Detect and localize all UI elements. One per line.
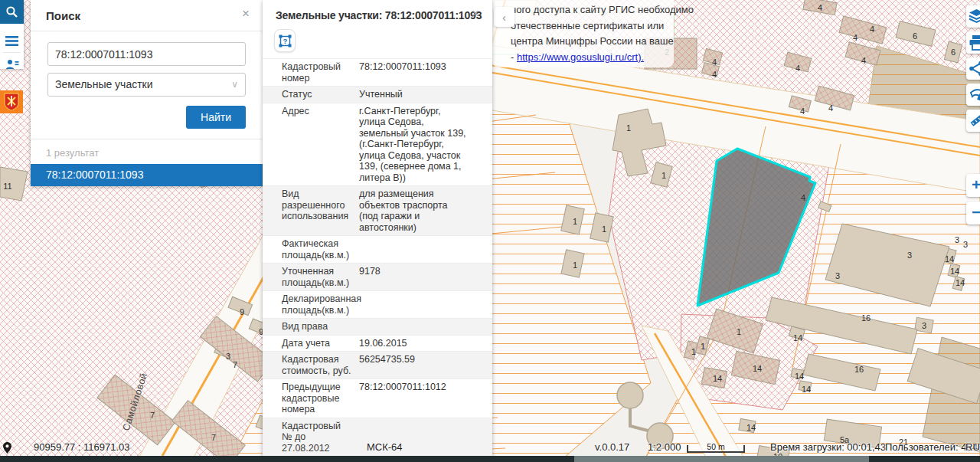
map-number-label: 4 [853, 33, 858, 42]
search-panel: Поиск × Земельные участки ∨ Найти 1 резу… [31, 0, 263, 186]
details-row: Адрес г.Санкт-Петербург, улица Седова, з… [263, 103, 492, 186]
map-number-label: 9 [240, 307, 244, 316]
search-icon [5, 5, 18, 18]
map-number-label: 4 [800, 106, 805, 116]
crs-label: МСК-64 [367, 441, 403, 453]
map-number-label: 4 [801, 193, 805, 202]
attribute-value: Учтенный [356, 88, 477, 101]
search-result-item[interactable]: 78:12:0007011:1093 [31, 164, 263, 186]
map-number-label: 4 [870, 25, 874, 34]
map-number-label: 14 [753, 364, 762, 373]
identify-on-map-button[interactable]: ? [274, 29, 296, 52]
find-button[interactable]: Найти [186, 106, 246, 129]
map-number-label: 4 [818, 3, 822, 12]
attribute-value: 56254735.59 [356, 353, 477, 377]
notification-line: центра Минцифры России на ваше [511, 34, 674, 50]
attribute-value: 19.06.2015 [356, 337, 477, 350]
attribute-label: Кадастровый номер [263, 61, 356, 84]
map-number-label: 14 [793, 333, 802, 342]
map-number-label: 3 [907, 251, 912, 260]
certificate-notification: ного доступа к сайту РГИС необходимо оте… [492, 0, 674, 67]
attribute-label: Фактическая площадь(кв.м.) [263, 238, 356, 261]
details-row: Кадастровый номер 78:12:0007011:1093 [263, 58, 492, 86]
map-number-label: 7 [150, 411, 155, 420]
search-tool-button[interactable] [0, 0, 24, 24]
map-number-label: 3 [963, 240, 968, 249]
map-number-label: 4 [712, 57, 717, 67]
layers-icon [969, 8, 980, 25]
map-number-label: 7 [233, 360, 237, 369]
attribute-value: 9178 [356, 265, 477, 289]
map-number-label: 6 [951, 48, 956, 57]
map-number-label: 1 [573, 217, 577, 226]
coat-of-arms-icon [2, 92, 21, 112]
details-row: Дата учета 19.06.2015 [263, 335, 492, 352]
details-row: Вид разрешенного использования для разме… [263, 185, 492, 235]
map-number-label: 16 [854, 365, 864, 374]
lasso-select-icon [969, 87, 980, 103]
attribute-label: Кадастровая стоимость, руб. [263, 353, 356, 377]
attribute-value [356, 293, 477, 316]
attribute-value: для размещения объектов траспорта (под г… [356, 188, 477, 234]
map-number-label: 1 [573, 260, 577, 270]
parcel-details-panel: Земельные участки: 78:12:0007011:1093 × … [263, 0, 492, 462]
map-number-label: 16 [861, 313, 871, 323]
attribute-value: 78:12:0007011:1093 [356, 61, 477, 84]
share-tool-button[interactable] [966, 57, 980, 80]
notification-line: отечественные сертификаты или [511, 18, 674, 34]
load-time: Время загрузки: 00:01,43 [770, 441, 886, 453]
search-query-input[interactable] [47, 42, 246, 66]
rgis-map-application: Самойловой 11899377751244111114111141414… [0, 0, 980, 462]
zoom-in-button[interactable]: + [966, 174, 980, 197]
details-row: Фактическая площадь(кв.м.) [263, 235, 492, 263]
layers-tool-button[interactable] [966, 5, 980, 28]
bottom-scrollbar-thumb[interactable] [574, 456, 869, 462]
map-number-label: 11 [3, 182, 11, 191]
search-panel-close-icon[interactable]: × [238, 6, 253, 21]
user-panel-button[interactable] [0, 53, 24, 76]
attribute-label: Декларированная площадь(кв.м.) [263, 293, 356, 316]
attribute-value [356, 320, 477, 333]
spb-coat-of-arms-logo[interactable] [0, 90, 23, 113]
left-sidebar [0, 0, 24, 69]
language-switch[interactable]: RU [965, 441, 980, 453]
details-row: Вид права [263, 318, 492, 335]
menu-button[interactable] [0, 29, 24, 52]
print-tool-button[interactable] [966, 31, 980, 54]
gosuslugi-link[interactable]: https://www.gosuslugi.ru/crt). [517, 51, 644, 63]
ruler-icon [969, 113, 980, 129]
map-number-label: 14 [956, 278, 965, 287]
measure-tool-button[interactable] [966, 110, 980, 132]
map-number-label: 6 [913, 31, 917, 41]
map-number-label: 3 [955, 235, 959, 244]
attribute-value [356, 238, 477, 261]
map-number-label: 14 [746, 423, 756, 432]
hamburger-icon [5, 36, 18, 46]
map-number-label: 14 [802, 385, 811, 394]
details-row: Статус Учтенный [263, 86, 492, 103]
zoom-out-button[interactable]: − [966, 202, 980, 224]
select-tool-button[interactable] [966, 84, 980, 106]
map-number-label: 7 [211, 433, 216, 442]
details-row: Предыдущие кадастровые номера 78:12:0007… [263, 378, 492, 418]
map-number-label: 1 [602, 224, 606, 234]
map-number-label: 1 [626, 123, 631, 133]
map-number-label: 1 [737, 327, 741, 336]
location-pin-icon [3, 442, 11, 454]
search-category-select[interactable]: Земельные участки ∨ [47, 73, 246, 97]
notification-collapse-button[interactable]: ‹ [494, 7, 514, 27]
attribute-label: Статус [263, 88, 356, 101]
map-number-label: 4 [712, 70, 717, 79]
map-number-label: 1 [691, 347, 696, 356]
attribute-value: г.Санкт-Петербург, улица Седова, земельн… [356, 105, 477, 185]
attribute-label: Предыдущие кадастровые номера [263, 381, 356, 416]
attribute-label: Кадастровый № до 27.08.2012 [263, 420, 356, 455]
details-panel-close-icon[interactable]: × [468, 6, 483, 21]
attribute-label: Адрес [263, 105, 356, 185]
map-scale[interactable]: 1:2 000 [648, 441, 681, 453]
map-number-label: 3 [835, 271, 840, 280]
attribute-label: Вид разрешенного использования [263, 188, 356, 234]
user-icon [5, 59, 19, 70]
map-number-label: 1 [662, 171, 666, 180]
attributes-table: Кадастровый номер 78:12:0007011:1093 Ста… [263, 58, 492, 462]
